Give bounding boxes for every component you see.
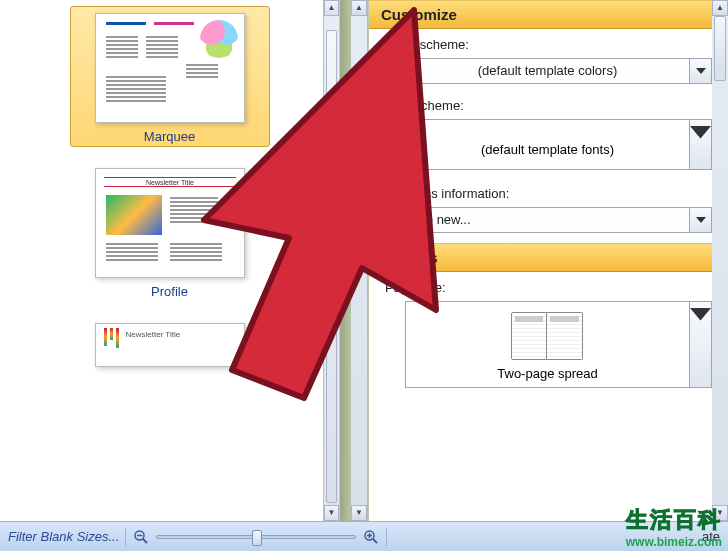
template-label: Marquee xyxy=(77,129,263,144)
separator xyxy=(125,528,126,546)
template-label: Profile xyxy=(77,284,263,299)
customize-header: Customize xyxy=(369,0,728,29)
template-list: Marquee Newsletter Title Profile xyxy=(0,0,339,386)
font-scheme-label: Font scheme: xyxy=(385,98,712,113)
page-size-label: Page size: xyxy=(385,280,712,295)
scroll-thumb[interactable] xyxy=(326,30,337,503)
dropdown-arrow-icon[interactable] xyxy=(689,59,711,83)
business-info-label: Business information: xyxy=(385,186,712,201)
create-button-fragment[interactable]: ate xyxy=(702,529,720,544)
two-page-spread-icon xyxy=(511,312,585,360)
zoom-in-button[interactable] xyxy=(362,528,380,546)
customize-body: Color scheme: (default template colors) … xyxy=(369,29,728,243)
font-scheme-dropdown[interactable]: (default template fonts) xyxy=(405,119,712,170)
scroll-up-button[interactable]: ▲ xyxy=(324,0,339,16)
center-divider: ▲ ▼ xyxy=(340,0,368,521)
svg-line-4 xyxy=(373,539,377,543)
font-scheme-value: (default template fonts) xyxy=(412,142,683,157)
template-thumbnail xyxy=(95,13,245,123)
business-info-dropdown[interactable]: Create new... xyxy=(385,207,712,233)
scroll-up-button[interactable]: ▲ xyxy=(351,0,367,16)
template-item-marquee[interactable]: Marquee xyxy=(70,6,270,147)
status-bar: Filter Blank Sizes... ate xyxy=(0,521,728,551)
zoom-slider-thumb[interactable] xyxy=(252,530,262,546)
svg-line-1 xyxy=(143,539,147,543)
scroll-thumb[interactable] xyxy=(714,16,726,81)
scroll-down-button[interactable]: ▼ xyxy=(324,505,339,521)
separator xyxy=(386,528,387,546)
color-scheme-label: Color scheme: xyxy=(385,37,712,52)
filter-blank-sizes-link[interactable]: Filter Blank Sizes... xyxy=(8,529,119,544)
options-header: Options xyxy=(369,243,728,272)
color-scheme-dropdown[interactable]: (default template colors) xyxy=(405,58,712,84)
dropdown-arrow-icon[interactable] xyxy=(689,208,711,232)
right-panel-wrap: Customize Color scheme: (default templat… xyxy=(368,0,728,521)
template-item-profile[interactable]: Newsletter Title Profile xyxy=(70,161,270,302)
scroll-down-button[interactable]: ▼ xyxy=(712,505,728,521)
right-panel: Customize Color scheme: (default templat… xyxy=(368,0,728,521)
template-thumbnail: Newsletter Title xyxy=(95,323,245,367)
zoom-out-button[interactable] xyxy=(132,528,150,546)
dropdown-arrow-icon[interactable] xyxy=(689,120,711,169)
template-item-partial[interactable]: Newsletter Title xyxy=(70,316,270,376)
page-size-dropdown[interactable]: Two-page spread xyxy=(405,301,712,388)
scroll-up-button[interactable]: ▲ xyxy=(712,0,728,16)
color-scheme-value: (default template colors) xyxy=(406,59,689,83)
dropdown-arrow-icon[interactable] xyxy=(689,302,711,387)
template-gallery: Marquee Newsletter Title Profile xyxy=(0,0,340,521)
zoom-slider[interactable] xyxy=(156,535,356,539)
business-info-value: Create new... xyxy=(386,208,689,232)
panel-scrollbar[interactable]: ▲ ▼ xyxy=(712,0,728,521)
template-thumbnail: Newsletter Title xyxy=(95,168,245,278)
preview-scrollbar[interactable]: ▲ ▼ xyxy=(351,0,367,521)
page-size-value: Two-page spread xyxy=(412,366,683,381)
options-body: Page size: Two-page spread xyxy=(369,272,728,398)
gallery-scrollbar[interactable]: ▲ ▼ xyxy=(323,0,339,521)
app-frame: Marquee Newsletter Title Profile xyxy=(0,0,728,521)
scroll-down-button[interactable]: ▼ xyxy=(351,505,367,521)
